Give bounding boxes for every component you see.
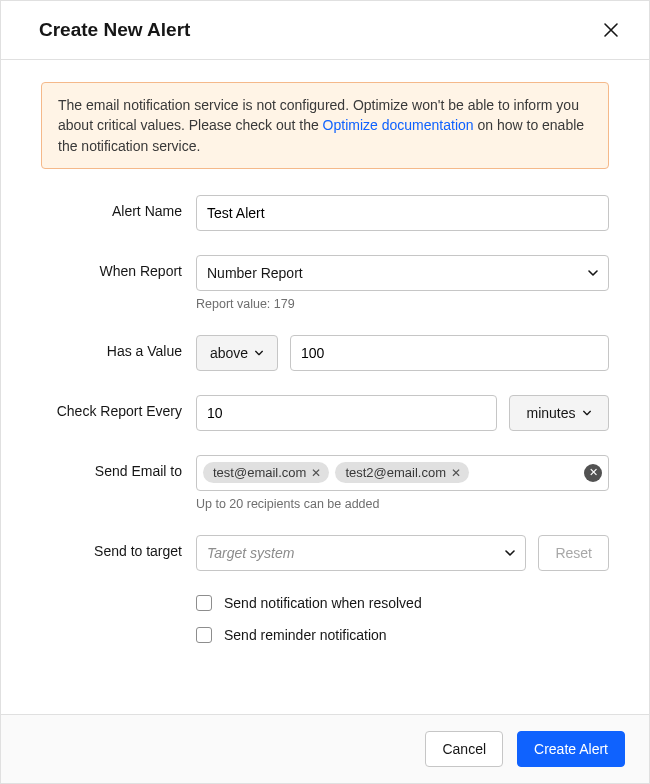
threshold-input[interactable]: [290, 335, 609, 371]
row-send-target: Send to target Target system Reset: [41, 535, 609, 571]
row-check-every: Check Report Every minutes: [41, 395, 609, 431]
config-warning-notice: The email notification service is not co…: [41, 82, 609, 169]
modal-header: Create New Alert: [1, 1, 649, 60]
checkbox-resolved-label: Send notification when resolved: [224, 595, 422, 611]
email-chip: test@email.com ✕: [203, 462, 329, 483]
checkbox-reminder[interactable]: [196, 627, 212, 643]
direction-value: above: [210, 345, 248, 361]
email-chip-text: test@email.com: [213, 465, 306, 480]
label-send-email: Send Email to: [41, 455, 196, 479]
interval-unit-select[interactable]: minutes: [509, 395, 609, 431]
row-has-value: Has a Value above: [41, 335, 609, 371]
label-has-value: Has a Value: [41, 335, 196, 359]
remove-chip-icon[interactable]: ✕: [311, 466, 321, 480]
checkbox-row-resolved[interactable]: Send notification when resolved: [196, 595, 609, 611]
target-placeholder: Target system: [207, 545, 294, 561]
chevron-down-icon: [582, 408, 592, 418]
direction-select[interactable]: above: [196, 335, 278, 371]
email-recipients-input[interactable]: test@email.com ✕ test2@email.com ✕ ✕: [196, 455, 609, 491]
row-checkboxes: Send notification when resolved Send rem…: [41, 595, 609, 659]
modal-footer: Cancel Create Alert: [1, 714, 649, 783]
row-when-report: When Report Number Report Report value: …: [41, 255, 609, 311]
email-chip-text: test2@email.com: [345, 465, 446, 480]
email-chip: test2@email.com ✕: [335, 462, 469, 483]
optimize-docs-link[interactable]: Optimize documentation: [323, 117, 474, 133]
clear-all-emails-icon[interactable]: ✕: [584, 464, 602, 482]
label-alert-name: Alert Name: [41, 195, 196, 219]
interval-unit-value: minutes: [526, 405, 575, 421]
report-select-value: Number Report: [207, 265, 303, 281]
report-value-helper: Report value: 179: [196, 297, 609, 311]
label-send-target: Send to target: [41, 535, 196, 559]
report-select[interactable]: Number Report: [196, 255, 609, 291]
row-send-email: Send Email to test@email.com ✕ test2@ema…: [41, 455, 609, 511]
email-helper: Up to 20 recipients can be added: [196, 497, 609, 511]
remove-chip-icon[interactable]: ✕: [451, 466, 461, 480]
modal-body: The email notification service is not co…: [1, 60, 649, 714]
checkbox-resolved[interactable]: [196, 595, 212, 611]
interval-input[interactable]: [196, 395, 497, 431]
checkbox-reminder-label: Send reminder notification: [224, 627, 387, 643]
create-alert-modal: Create New Alert The email notification …: [0, 0, 650, 784]
label-when-report: When Report: [41, 255, 196, 279]
alert-name-input[interactable]: [196, 195, 609, 231]
reset-target-button[interactable]: Reset: [538, 535, 609, 571]
row-alert-name: Alert Name: [41, 195, 609, 231]
checkbox-row-reminder[interactable]: Send reminder notification: [196, 627, 609, 643]
create-alert-button[interactable]: Create Alert: [517, 731, 625, 767]
label-check-every: Check Report Every: [41, 395, 196, 419]
target-system-select[interactable]: Target system: [196, 535, 526, 571]
cancel-button[interactable]: Cancel: [425, 731, 503, 767]
chevron-down-icon: [254, 348, 264, 358]
close-icon[interactable]: [601, 20, 621, 40]
modal-title: Create New Alert: [39, 19, 190, 41]
